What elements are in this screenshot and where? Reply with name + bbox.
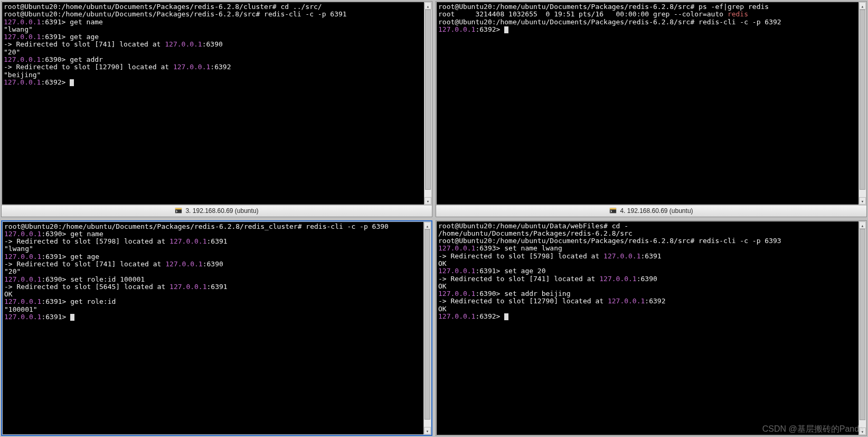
tab-bar[interactable]: 4. 192.168.60.69 (ubuntu): [436, 205, 866, 217]
terminal-output[interactable]: root@Ubuntu20:/home/ubuntu/Documents/Pac…: [2, 2, 424, 204]
scrollbar[interactable]: ▴ ▾: [858, 221, 866, 435]
terminal-icon: [609, 207, 617, 215]
scroll-down-icon[interactable]: ▾: [424, 427, 431, 434]
scroll-up-icon[interactable]: ▴: [424, 2, 431, 10]
scroll-up-icon[interactable]: ▴: [859, 2, 866, 10]
scrollbar[interactable]: ▴ ▾: [858, 2, 866, 204]
terminal-pane-bottom-left: root@Ubuntu20:/home/ubuntu/Documents/Pac…: [1, 220, 432, 436]
terminal-pane-bottom-right: root@Ubuntu20:/home/ubuntu/Data/webFiles…: [436, 220, 867, 436]
tab-bar[interactable]: 3. 192.168.60.69 (ubuntu): [2, 205, 432, 217]
scrollbar[interactable]: ▴ ▾: [424, 2, 431, 204]
scroll-down-icon[interactable]: ▾: [424, 197, 431, 204]
svg-rect-3: [610, 208, 616, 210]
scroll-up-icon[interactable]: ▴: [424, 222, 431, 229]
terminal-icon: [175, 207, 182, 215]
tab-label: 4. 192.168.60.69 (ubuntu): [620, 207, 693, 215]
scroll-down-icon[interactable]: ▾: [859, 197, 866, 204]
scrollbar[interactable]: ▴ ▾: [423, 222, 431, 435]
terminal-output[interactable]: root@Ubuntu20:/home/ubuntu/Data/webFiles…: [437, 221, 858, 435]
terminal-pane-top-left: root@Ubuntu20:/home/ubuntu/Documents/Pac…: [1, 1, 432, 217]
tab-label: 3. 192.168.60.69 (ubuntu): [185, 207, 258, 215]
scroll-down-icon[interactable]: ▾: [859, 427, 866, 435]
terminal-pane-top-right: root@Ubuntu20:/home/ubuntu/Documents/Pac…: [436, 1, 867, 217]
svg-rect-1: [175, 208, 182, 210]
terminal-output[interactable]: root@Ubuntu20:/home/ubuntu/Documents/Pac…: [3, 222, 423, 435]
scroll-up-icon[interactable]: ▴: [859, 221, 866, 229]
terminal-output[interactable]: root@Ubuntu20:/home/ubuntu/Documents/Pac…: [437, 2, 858, 204]
